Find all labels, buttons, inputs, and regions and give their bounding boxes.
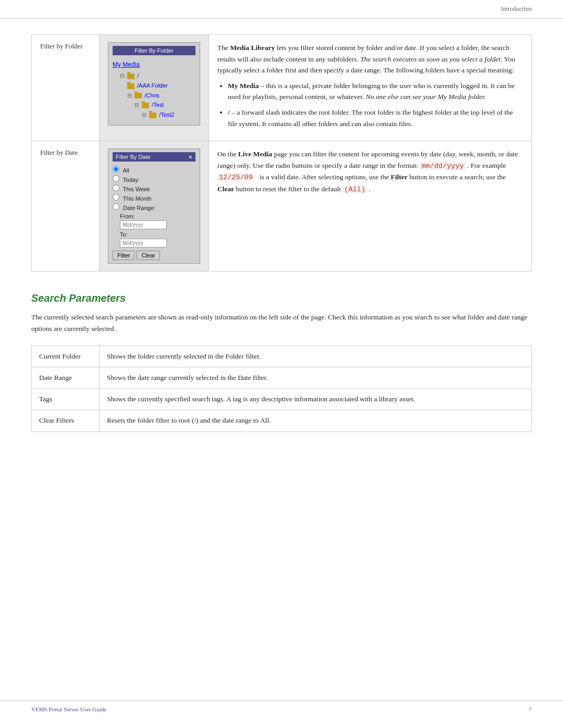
date-buttons: Filter Clear [113, 251, 195, 260]
filter-button[interactable]: Filter [113, 251, 134, 260]
date-to-input[interactable] [120, 239, 167, 248]
folder-desc-list: My Media – this is a special, private fo… [228, 80, 523, 129]
format-code: mm/dd/yyyy [420, 162, 466, 170]
filter-folder-widget: Filter By Folder My Media ⊟ / [108, 42, 200, 126]
param-desc-clear-filters: Resets the folder filter to root (/) and… [100, 410, 532, 431]
table-row: Clear Filters Resets the folder filter t… [32, 410, 532, 431]
param-name-tags: Tags [32, 389, 100, 410]
list-item: ⊟ /Chris ⊟ /Test [127, 91, 195, 120]
param-name-date-range: Date Range [32, 367, 100, 388]
radio-this-month[interactable]: This Month [113, 194, 195, 202]
date-from-label: From: [120, 213, 195, 219]
section-title: Search Parameters [31, 292, 532, 304]
table-row: Current Folder Shows the folder currentl… [32, 346, 532, 367]
param-name-current-folder: Current Folder [32, 346, 100, 367]
filter-date-desc: On the Live Media page you can filter th… [209, 141, 532, 272]
table-row: Date Range Shows the date range currentl… [32, 367, 532, 388]
folder-link-aaa[interactable]: /AAA Folder [137, 82, 168, 89]
filter-date-title: Filter By Date ✕ [113, 152, 195, 162]
folder-icon [127, 83, 134, 89]
folder-link-root[interactable]: / [137, 72, 139, 79]
folder-list: ⊟ / /AAA Folder [113, 71, 195, 119]
folder-tree: My Media ⊟ / /AAA Folder [113, 59, 195, 120]
param-desc-tags: Shows the currently specified search tag… [100, 389, 532, 410]
close-icon[interactable]: ✕ [188, 154, 192, 160]
page-header: Introduction [0, 0, 563, 19]
filter-date-label: Filter by Date [32, 141, 100, 272]
radio-date-range[interactable]: Date Range: [113, 203, 195, 211]
list-item: ⊟ /Test ⊟ [134, 100, 195, 119]
filter-folder-desc: The Media Library lets you filter stored… [209, 35, 532, 141]
date-from-input[interactable] [120, 220, 167, 229]
example-code: 12/25/09 [217, 174, 254, 181]
footer-left: VEMS Portal Server User Guide [31, 706, 106, 712]
folder-icon [149, 113, 156, 118]
list-item: ⊟ / /AAA Folder [120, 71, 195, 119]
table-row-filter-date: Filter by Date Filter By Date ✕ All [32, 141, 532, 272]
filter-folder-label: Filter by Folder [32, 35, 100, 141]
list-item: My Media – this is a special, private fo… [228, 80, 523, 103]
clear-button[interactable]: Clear [137, 251, 160, 260]
default-code: (All) [342, 186, 367, 193]
table-row-filter-folder: Filter by Folder Filter By Folder My Med… [32, 35, 532, 141]
radio-all[interactable]: All [113, 166, 195, 174]
main-features-table: Filter by Folder Filter By Folder My Med… [31, 34, 532, 272]
filter-folder-widget-cell: Filter By Folder My Media ⊟ / [100, 35, 209, 141]
param-name-clear-filters: Clear Filters [32, 410, 100, 431]
folder-desc-intro: The Media Library lets you filter stored… [217, 42, 523, 76]
folder-icon [134, 93, 142, 98]
folder-icon [142, 103, 149, 108]
section-intro: The currently selected search parameters… [31, 312, 532, 335]
folder-link-chris[interactable]: /Chris [144, 92, 160, 98]
param-desc-current-folder: Shows the folder currently selected in t… [100, 346, 532, 367]
param-desc-date-range: Shows the date range currently selected … [100, 367, 532, 388]
filter-date-widget: Filter By Date ✕ All Today This We [108, 149, 200, 264]
params-table: Current Folder Shows the folder currentl… [31, 346, 532, 432]
tree-root-link[interactable]: My Media [113, 59, 195, 70]
list-item: /AAA Folder [127, 81, 195, 91]
folder-link-test[interactable]: /Test [152, 102, 164, 108]
radio-today[interactable]: Today [113, 175, 195, 183]
table-row: Tags Shows the currently specified searc… [32, 389, 532, 410]
list-item: ⊟ /Test2 [142, 110, 195, 120]
list-item: / – a forward slash indicates the root f… [228, 107, 523, 129]
main-content: Filter by Folder Filter By Folder My Med… [0, 19, 563, 463]
radio-this-week[interactable]: This Week [113, 184, 195, 192]
page-footer: VEMS Portal Server User Guide 7 [0, 700, 563, 718]
date-desc-text: On the Live Media page you can filter th… [217, 149, 523, 195]
date-to-label: To: [120, 231, 195, 238]
filter-folder-title: Filter By Folder [113, 46, 195, 55]
folder-link-test2[interactable]: /Test2 [159, 112, 174, 118]
filter-date-widget-cell: Filter By Date ✕ All Today This We [100, 141, 209, 272]
folder-icon [127, 73, 134, 79]
footer-right: 7 [529, 706, 532, 712]
breadcrumb: Introduction [501, 5, 532, 13]
date-radio-group: All Today This Week This Month [113, 166, 195, 211]
